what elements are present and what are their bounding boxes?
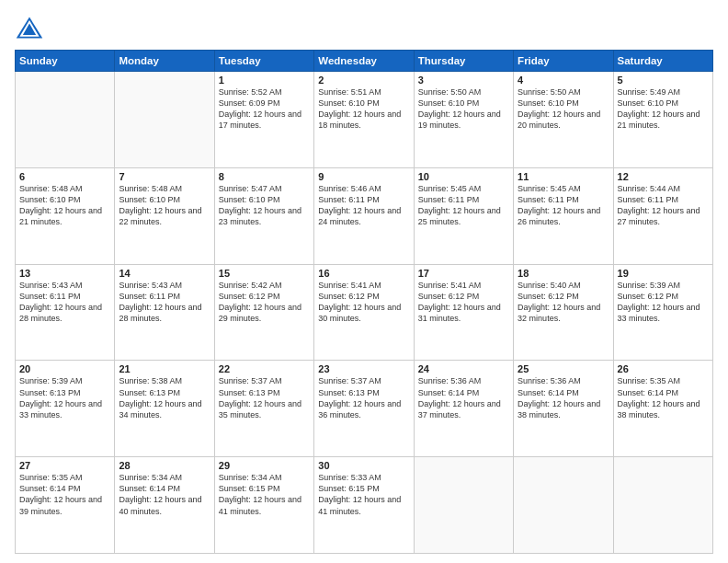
day-info: Sunrise: 5:48 AM Sunset: 6:10 PM Dayligh… — [19, 183, 110, 228]
day-cell: 26Sunrise: 5:35 AM Sunset: 6:14 PM Dayli… — [613, 361, 712, 457]
day-number: 8 — [219, 171, 310, 182]
logo — [15, 15, 48, 40]
day-cell: 19Sunrise: 5:39 AM Sunset: 6:12 PM Dayli… — [613, 264, 712, 361]
day-cell: 4Sunrise: 5:50 AM Sunset: 6:10 PM Daylig… — [514, 72, 613, 168]
day-info: Sunrise: 5:34 AM Sunset: 6:14 PM Dayligh… — [119, 472, 210, 517]
day-info: Sunrise: 5:39 AM Sunset: 6:13 PM Dayligh… — [19, 375, 110, 420]
day-info: Sunrise: 5:45 AM Sunset: 6:11 PM Dayligh… — [418, 183, 509, 228]
day-cell: 20Sunrise: 5:39 AM Sunset: 6:13 PM Dayli… — [16, 361, 115, 457]
day-cell — [613, 457, 712, 554]
day-info: Sunrise: 5:38 AM Sunset: 6:13 PM Dayligh… — [119, 375, 210, 420]
day-cell: 17Sunrise: 5:41 AM Sunset: 6:12 PM Dayli… — [414, 264, 513, 361]
day-cell: 5Sunrise: 5:49 AM Sunset: 6:10 PM Daylig… — [613, 72, 712, 168]
day-number: 17 — [418, 268, 509, 279]
day-number: 4 — [518, 75, 609, 86]
header — [15, 15, 713, 40]
day-number: 25 — [518, 363, 609, 374]
day-info: Sunrise: 5:44 AM Sunset: 6:11 PM Dayligh… — [618, 183, 709, 228]
day-cell: 21Sunrise: 5:38 AM Sunset: 6:13 PM Dayli… — [115, 361, 214, 457]
week-row-4: 20Sunrise: 5:39 AM Sunset: 6:13 PM Dayli… — [16, 361, 713, 457]
header-cell-wednesday: Wednesday — [314, 51, 414, 72]
day-number: 28 — [119, 460, 210, 471]
day-cell: 29Sunrise: 5:34 AM Sunset: 6:15 PM Dayli… — [214, 457, 313, 554]
day-number: 13 — [19, 268, 110, 279]
day-cell: 2Sunrise: 5:51 AM Sunset: 6:10 PM Daylig… — [314, 72, 414, 168]
week-row-3: 13Sunrise: 5:43 AM Sunset: 6:11 PM Dayli… — [16, 264, 713, 361]
day-cell: 16Sunrise: 5:41 AM Sunset: 6:12 PM Dayli… — [314, 264, 414, 361]
day-number: 27 — [19, 460, 110, 471]
day-info: Sunrise: 5:41 AM Sunset: 6:12 PM Dayligh… — [418, 280, 509, 325]
calendar: SundayMondayTuesdayWednesdayThursdayFrid… — [15, 50, 713, 554]
day-info: Sunrise: 5:43 AM Sunset: 6:11 PM Dayligh… — [119, 280, 210, 325]
day-cell: 23Sunrise: 5:37 AM Sunset: 6:13 PM Dayli… — [314, 361, 414, 457]
day-cell — [115, 72, 214, 168]
day-cell: 3Sunrise: 5:50 AM Sunset: 6:10 PM Daylig… — [414, 72, 513, 168]
day-info: Sunrise: 5:33 AM Sunset: 6:15 PM Dayligh… — [318, 472, 409, 517]
day-cell — [514, 457, 613, 554]
day-number: 7 — [119, 171, 210, 182]
day-number: 26 — [618, 363, 709, 374]
day-info: Sunrise: 5:34 AM Sunset: 6:15 PM Dayligh… — [219, 472, 310, 517]
day-number: 24 — [418, 363, 509, 374]
day-cell — [414, 457, 513, 554]
day-cell: 9Sunrise: 5:46 AM Sunset: 6:11 PM Daylig… — [314, 167, 414, 264]
week-row-2: 6Sunrise: 5:48 AM Sunset: 6:10 PM Daylig… — [16, 167, 713, 264]
day-info: Sunrise: 5:36 AM Sunset: 6:14 PM Dayligh… — [518, 375, 609, 420]
day-info: Sunrise: 5:37 AM Sunset: 6:13 PM Dayligh… — [219, 375, 310, 420]
day-number: 21 — [119, 363, 210, 374]
day-cell: 30Sunrise: 5:33 AM Sunset: 6:15 PM Dayli… — [314, 457, 414, 554]
day-number: 10 — [418, 171, 509, 182]
day-info: Sunrise: 5:49 AM Sunset: 6:10 PM Dayligh… — [618, 86, 709, 132]
day-info: Sunrise: 5:48 AM Sunset: 6:10 PM Dayligh… — [119, 183, 210, 228]
day-number: 9 — [318, 171, 409, 182]
day-info: Sunrise: 5:37 AM Sunset: 6:13 PM Dayligh… — [318, 375, 409, 420]
day-number: 23 — [318, 363, 409, 374]
day-info: Sunrise: 5:42 AM Sunset: 6:12 PM Dayligh… — [219, 280, 310, 325]
day-number: 29 — [219, 460, 310, 471]
day-number: 3 — [418, 75, 509, 86]
calendar-header: SundayMondayTuesdayWednesdayThursdayFrid… — [16, 51, 713, 72]
day-cell: 14Sunrise: 5:43 AM Sunset: 6:11 PM Dayli… — [115, 264, 214, 361]
day-number: 5 — [618, 75, 709, 86]
day-number: 16 — [318, 268, 409, 279]
week-row-5: 27Sunrise: 5:35 AM Sunset: 6:14 PM Dayli… — [16, 457, 713, 554]
day-cell: 15Sunrise: 5:42 AM Sunset: 6:12 PM Dayli… — [214, 264, 313, 361]
day-cell: 11Sunrise: 5:45 AM Sunset: 6:11 PM Dayli… — [514, 167, 613, 264]
day-cell: 8Sunrise: 5:47 AM Sunset: 6:10 PM Daylig… — [214, 167, 313, 264]
day-number: 19 — [618, 268, 709, 279]
day-cell — [16, 72, 115, 168]
day-info: Sunrise: 5:45 AM Sunset: 6:11 PM Dayligh… — [518, 183, 609, 228]
day-info: Sunrise: 5:35 AM Sunset: 6:14 PM Dayligh… — [618, 375, 709, 420]
day-cell: 1Sunrise: 5:52 AM Sunset: 6:09 PM Daylig… — [214, 72, 313, 168]
day-number: 22 — [219, 363, 310, 374]
day-number: 14 — [119, 268, 210, 279]
day-info: Sunrise: 5:35 AM Sunset: 6:14 PM Dayligh… — [19, 472, 110, 517]
day-info: Sunrise: 5:46 AM Sunset: 6:11 PM Dayligh… — [318, 183, 409, 228]
day-cell: 22Sunrise: 5:37 AM Sunset: 6:13 PM Dayli… — [214, 361, 313, 457]
day-number: 6 — [19, 171, 110, 182]
day-cell: 25Sunrise: 5:36 AM Sunset: 6:14 PM Dayli… — [514, 361, 613, 457]
day-info: Sunrise: 5:50 AM Sunset: 6:10 PM Dayligh… — [418, 86, 509, 132]
day-number: 2 — [318, 75, 409, 86]
day-info: Sunrise: 5:50 AM Sunset: 6:10 PM Dayligh… — [518, 86, 609, 132]
day-number: 12 — [618, 171, 709, 182]
day-info: Sunrise: 5:41 AM Sunset: 6:12 PM Dayligh… — [318, 280, 409, 325]
calendar-body: 1Sunrise: 5:52 AM Sunset: 6:09 PM Daylig… — [16, 72, 713, 554]
logo-icon — [15, 15, 44, 40]
header-cell-saturday: Saturday — [613, 51, 712, 72]
header-cell-sunday: Sunday — [16, 51, 115, 72]
header-cell-friday: Friday — [514, 51, 613, 72]
day-cell: 7Sunrise: 5:48 AM Sunset: 6:10 PM Daylig… — [115, 167, 214, 264]
header-cell-monday: Monday — [115, 51, 214, 72]
day-cell: 13Sunrise: 5:43 AM Sunset: 6:11 PM Dayli… — [16, 264, 115, 361]
day-info: Sunrise: 5:39 AM Sunset: 6:12 PM Dayligh… — [618, 280, 709, 325]
day-info: Sunrise: 5:47 AM Sunset: 6:10 PM Dayligh… — [219, 183, 310, 228]
day-cell: 10Sunrise: 5:45 AM Sunset: 6:11 PM Dayli… — [414, 167, 513, 264]
day-info: Sunrise: 5:40 AM Sunset: 6:12 PM Dayligh… — [518, 280, 609, 325]
page: SundayMondayTuesdayWednesdayThursdayFrid… — [0, 0, 728, 563]
day-number: 15 — [219, 268, 310, 279]
day-number: 1 — [219, 75, 310, 86]
day-info: Sunrise: 5:36 AM Sunset: 6:14 PM Dayligh… — [418, 375, 509, 420]
day-cell: 12Sunrise: 5:44 AM Sunset: 6:11 PM Dayli… — [613, 167, 712, 264]
day-number: 11 — [518, 171, 609, 182]
